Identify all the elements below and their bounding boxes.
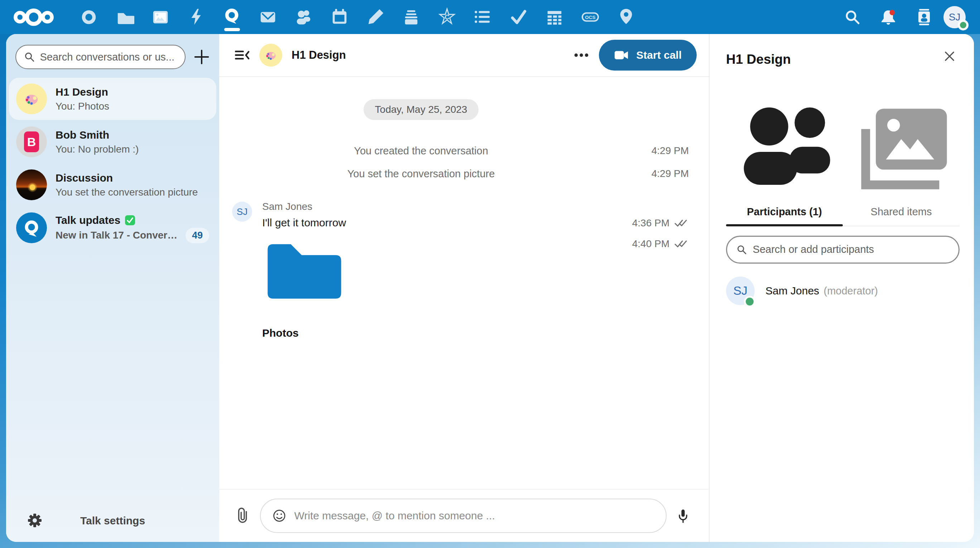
conversation-title: Talk updates [56,213,120,228]
conversation-avatar-palette [16,83,47,114]
sender-name: Sam Jones [262,199,610,214]
conversation-last-message: New in Talk 17 - Convers... [56,229,181,242]
sidebar-footer: Talk settings [6,500,219,542]
date-separator-center: Today, May 25, 2023 [232,99,610,120]
calendar-icon[interactable] [321,0,358,34]
details-header: H1 Design [726,46,959,67]
conversation-search-field[interactable] [15,45,186,69]
start-call-button[interactable]: Start call [599,40,697,71]
collectives-icon[interactable]: C [429,0,465,34]
maps-icon[interactable] [608,0,644,34]
message-input[interactable] [294,510,654,522]
message-text: I'll get it tomorrow [262,214,610,231]
message-timestamp: 4:29 PM [610,145,689,157]
system-message-text: You set the conversation picture [232,168,610,180]
sidebar-spacer [6,249,219,500]
details-title: H1 Design [726,52,791,67]
contacts-icon[interactable] [286,0,321,34]
read-receipt-icon [675,219,689,228]
mail-icon[interactable] [250,0,286,34]
date-separator: Today, May 25, 2023 [364,99,479,120]
conversation-item-talk-updates[interactable]: Talk updates New in Talk 17 - Convers...… [9,206,216,249]
participant-search-input[interactable] [753,243,949,256]
system-message-row: You set the conversation picture 4:29 PM [232,162,689,185]
deck-icon[interactable] [393,0,429,34]
ocs-icon[interactable]: OCS [573,0,608,34]
message-meta: 4:36 PM [610,218,689,231]
file-message-row: Photos 4:40 PM [232,236,689,339]
conversation-avatar-talk-logo [16,213,47,243]
tab-shared-items[interactable]: Shared items [843,89,959,226]
notification-dot [890,10,895,15]
conversation-last-message: You: Photos [56,100,209,113]
attach-file-icon[interactable] [235,507,251,524]
svg-text:C: C [444,13,449,21]
message-meta: 4:40 PM [610,238,689,249]
files-icon[interactable] [107,0,143,34]
conversation-avatar-bob: B [16,126,47,157]
emoji-picker-icon[interactable] [272,508,286,523]
svg-text:OCS: OCS [585,14,595,20]
conversation-last-message: You set the conversation picture [56,186,209,199]
conversation-last-message: You: No problem :) [56,143,209,156]
participant-name: Sam Jones [765,285,819,297]
notifications-bell-icon[interactable] [872,0,905,34]
conversation-avatar-palette[interactable] [259,44,282,67]
conversation-item-h1-design[interactable]: H1 Design You: Photos [9,78,216,120]
forms-icon[interactable] [465,0,501,34]
activity-icon[interactable] [178,0,214,34]
search-icon [24,51,35,63]
conversation-search-input[interactable] [40,51,177,63]
palette-icon [21,89,41,109]
message-timestamp: 4:36 PM [632,218,670,229]
participant-row[interactable]: SJ Sam Jones (moderator) [726,276,959,305]
details-tabs: Participants (1) Shared items [726,89,959,226]
conversation-texts: Talk updates New in Talk 17 - Convers...… [56,213,209,243]
conversation-item-discussion[interactable]: Discussion You set the conversation pict… [9,164,216,206]
tasks-icon[interactable] [501,0,536,34]
shared-folder-preview[interactable]: Photos [262,236,610,339]
contacts-menu-icon[interactable] [908,0,940,34]
tab-label: Participants (1) [747,206,822,218]
read-receipt-icon [675,239,689,249]
chat-header: H1 Design Start call [219,34,709,77]
collapse-sidebar-icon[interactable] [234,47,250,64]
talk-icon[interactable] [214,0,250,34]
voice-message-icon[interactable] [675,507,691,524]
message-list[interactable]: Today, May 25, 2023 You created the conv… [219,77,709,489]
shared-file-name[interactable]: Photos [262,327,610,339]
new-conversation-button[interactable] [191,46,213,68]
notes-icon[interactable] [358,0,393,34]
sender-avatar[interactable]: SJ [232,202,252,222]
shared-items-icon [843,94,959,200]
system-message-text: You created the conversation [232,145,610,157]
talk-logo-icon [21,218,41,238]
participant-texts: Sam Jones (moderator) [765,285,878,297]
close-icon[interactable] [940,46,959,66]
photos-icon[interactable] [143,0,178,34]
conversation-texts: H1 Design You: Photos [56,84,209,113]
conversation-texts: Discussion You set the conversation pict… [56,170,209,199]
talk-app-container: H1 Design You: Photos B Bob Smith You: N… [6,34,974,542]
conversation-title-row: Talk updates [56,213,209,228]
verified-check-icon [125,215,135,226]
conversations-sidebar: H1 Design You: Photos B Bob Smith You: N… [6,34,219,542]
unified-search-icon[interactable] [836,0,869,34]
date-separator-row: Today, May 25, 2023 [232,99,689,120]
tab-participants[interactable]: Participants (1) [726,89,843,226]
online-status-dot [958,20,969,30]
user-avatar[interactable]: SJ [943,6,966,28]
message-timestamp: 4:40 PM [632,238,670,249]
conversation-name: H1 Design [291,49,346,62]
message-input-field[interactable] [260,499,667,533]
user-avatar-initials: SJ [949,11,961,23]
tables-icon[interactable] [536,0,573,34]
participant-search-field[interactable] [726,236,959,264]
talk-settings-button[interactable]: Talk settings [6,515,219,527]
conversation-item-bob-smith[interactable]: B Bob Smith You: No problem :) [9,121,216,163]
conversation-texts: Bob Smith You: No problem :) [56,127,209,156]
dashboard-icon[interactable] [71,0,107,34]
conversation-menu-icon[interactable] [573,47,590,64]
nextcloud-logo[interactable] [12,7,55,28]
conversation-list: H1 Design You: Photos B Bob Smith You: N… [6,78,219,249]
